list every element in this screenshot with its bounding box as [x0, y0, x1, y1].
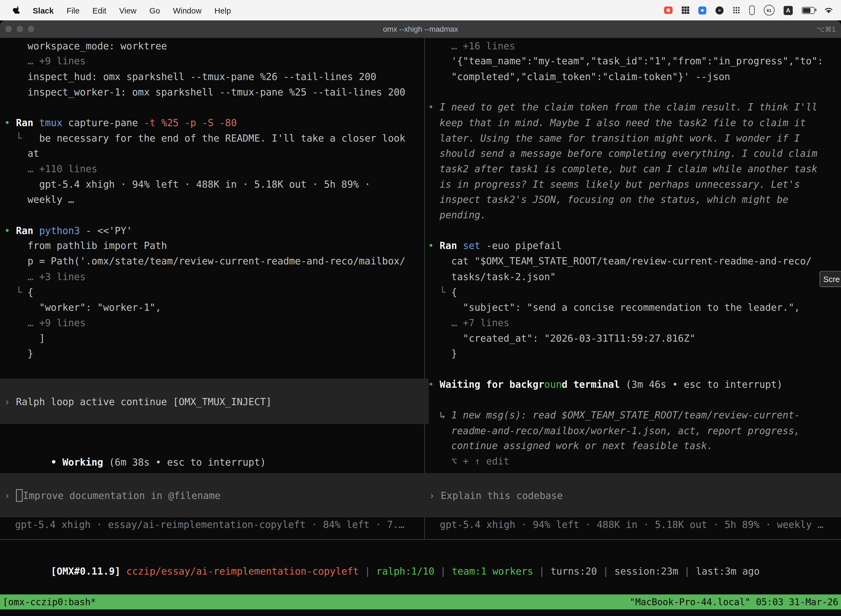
adapter-icon[interactable] — [749, 5, 755, 15]
screen-tooltip: Scre — [819, 271, 841, 287]
inject-banner: › Ralph loop active continue [OMX_TMUX_I… — [0, 378, 428, 424]
battery-icon[interactable] — [802, 7, 815, 13]
terminal-line: inspect_worker-1: omx sparkshell --tmux-… — [4, 84, 423, 100]
terminal-line: weekly … — [4, 192, 423, 208]
omx-version: [OMX#0.11.9] — [51, 565, 120, 576]
terminal-line: … +110 lines — [4, 161, 423, 177]
screen-tooltip-text: Scre — [823, 274, 840, 283]
terminal-line: continue assigned work or next feasible … — [428, 439, 841, 454]
team-workers: team:1 workers — [452, 565, 533, 576]
prompt-chevron: › — [4, 490, 16, 501]
menu-edit[interactable]: Edit — [86, 6, 113, 15]
window-title: omx --xhigh --madmax — [0, 21, 841, 38]
terminal-line: "worker": "worker-1", — [4, 300, 423, 315]
terminal-line — [4, 208, 423, 223]
input-source-icon[interactable]: A — [784, 6, 793, 15]
terminal-line: pending. — [428, 208, 841, 223]
input-source-label: A — [786, 7, 790, 13]
menu-file[interactable]: File — [60, 6, 86, 15]
separator: | — [359, 565, 377, 576]
left-pane-model-footer: gpt-5.4 xhigh · essay/ai-reimplementatio… — [15, 517, 404, 532]
dark-app-icon[interactable] — [715, 6, 724, 14]
terminal-line: • I need to get the claim token from the… — [428, 100, 841, 115]
terminal-line: ] — [4, 331, 423, 346]
window-grid-icon[interactable] — [682, 6, 689, 14]
terminal-line: '{"team_name":"my-team","task_id":"1","f… — [428, 54, 841, 69]
dots-grid-icon[interactable] — [733, 6, 740, 14]
wifi-icon[interactable] — [824, 6, 834, 14]
apple-menu-icon[interactable] — [7, 6, 26, 15]
terminal-line: "created_at": "2026-03-31T11:59:27.816Z" — [428, 331, 841, 346]
prompt-chevron: › — [4, 396, 16, 407]
terminal-line: … +3 lines — [4, 269, 423, 285]
terminal-line — [428, 84, 841, 100]
terminal-line: } — [4, 346, 423, 362]
terminal-line — [428, 223, 841, 238]
text-cursor — [16, 489, 22, 502]
menu-go[interactable]: Go — [143, 6, 167, 15]
battery-gauge-icon[interactable]: 61 — [764, 5, 775, 15]
terminal-window: omx --xhigh --madmax ⌥⌘1 workspace_mode:… — [0, 21, 841, 616]
menu-view[interactable]: View — [113, 6, 143, 15]
terminal-line: tasks/task-2.json" — [428, 269, 841, 285]
separator: | — [678, 565, 696, 576]
last-activity: last:3m ago — [696, 565, 760, 576]
blue-app-icon[interactable] — [698, 6, 706, 14]
right-pane-model-footer: gpt-5.4 xhigh · 94% left · 488K in · 5.1… — [440, 517, 823, 532]
session-path: cczip/essay/ai-reimplementation-copyleft — [126, 565, 359, 576]
separator: | — [533, 565, 551, 576]
session-duration: session:23m — [614, 565, 678, 576]
window-title-bar[interactable]: omx --xhigh --madmax ⌥⌘1 — [0, 21, 841, 38]
menu-window[interactable]: Window — [167, 6, 208, 15]
tmux-session-name[interactable]: [omx-cczip0:bash* — [3, 597, 96, 607]
terminal-line: "completed","claim_token":"claim-token"}… — [428, 69, 841, 85]
terminal-line: … +16 lines — [428, 38, 841, 54]
terminal-line: └ { — [4, 285, 423, 300]
terminal-line: should send a message before completing … — [428, 146, 841, 161]
working-bullet: • — [51, 456, 62, 468]
terminal-line: … +9 lines — [4, 315, 423, 331]
menu-help[interactable]: Help — [208, 6, 237, 15]
terminal-line: readme-and-reco/mailbox/worker-1.json, a… — [428, 423, 841, 439]
separator: | — [597, 565, 614, 576]
input-placeholder: Explain this codebase — [441, 490, 563, 501]
terminal-line: inspect_hud: omx sparkshell --tmux-pane … — [4, 69, 423, 85]
terminal-line: p = Path('.omx/state/team/review-current… — [4, 254, 423, 269]
screen-recording-indicator-icon[interactable] — [664, 6, 673, 14]
terminal-line: ⌥ + ↑ edit — [428, 454, 841, 469]
separator: | — [434, 565, 452, 576]
screen: Slack File Edit View Go Window Help — [0, 0, 841, 616]
desktop: Slack File Edit View Go Window Help — [0, 0, 841, 616]
terminal-line: ↳ 1 new msg(s): read $OMX_TEAM_STATE_ROO… — [428, 408, 841, 423]
terminal-line: workspace_mode: worktree — [4, 38, 423, 54]
terminal-line — [428, 392, 841, 408]
terminal-line: is in progress? It seems likely but perh… — [428, 177, 841, 192]
terminal-line: └ { — [428, 285, 841, 300]
terminal-line: cat "$OMX_TEAM_STATE_ROOT/team/review-cu… — [428, 254, 841, 269]
pane-divider[interactable] — [424, 38, 425, 539]
tmux-status-bar: [omx-cczip0:bash* "MacBook-Pro-44.local"… — [0, 594, 841, 609]
terminal-line: later. Using the same for transition mig… — [428, 131, 841, 146]
tmux-host-clock: "MacBook-Pro-44.local" 05:03 31-Mar-26 — [630, 597, 838, 607]
omx-status-line: [OMX#0.11.9]cczip/essay/ai-reimplementat… — [4, 549, 760, 564]
input-placeholder: Improve documentation in @filename — [23, 490, 220, 501]
terminal-line: } — [428, 346, 841, 362]
right-pane-input[interactable]: › Explain this codebase — [425, 473, 841, 517]
app-menu-slack[interactable]: Slack — [26, 6, 60, 15]
terminal-line: • Waiting for background terminal (3m 46… — [428, 377, 841, 392]
prompt-chevron: › — [429, 490, 441, 501]
terminal-line: inspect task2's JSON, focusing on the st… — [428, 192, 841, 208]
terminal-line: "subject": "send a concise recommendatio… — [428, 300, 841, 315]
terminal-line: └ be necessary for the end of the README… — [4, 131, 423, 146]
pane-bottom-divider — [0, 539, 841, 540]
left-pane-input[interactable]: › Improve documentation in @filename — [0, 473, 428, 517]
right-pane-scrollback: … +16 lines '{"team_name":"my-team","tas… — [428, 38, 841, 469]
window-shortcut-hint: ⌥⌘1 — [817, 21, 835, 38]
ralph-counter: ralph:1/10 — [377, 565, 435, 576]
working-detail: (6m 38s • esc to interrupt) — [109, 456, 266, 468]
terminal-line: task2 after task1 is complete, but can I… — [428, 161, 841, 177]
terminal-line: • Ran tmux capture-pane -t %25 -p -S -80 — [4, 115, 423, 131]
working-label: Working — [62, 456, 109, 468]
terminal-line: keep that in mind. Maybe I also need the… — [428, 115, 841, 131]
inject-banner-text: Ralph loop active continue [OMX_TMUX_INJ… — [16, 396, 272, 407]
